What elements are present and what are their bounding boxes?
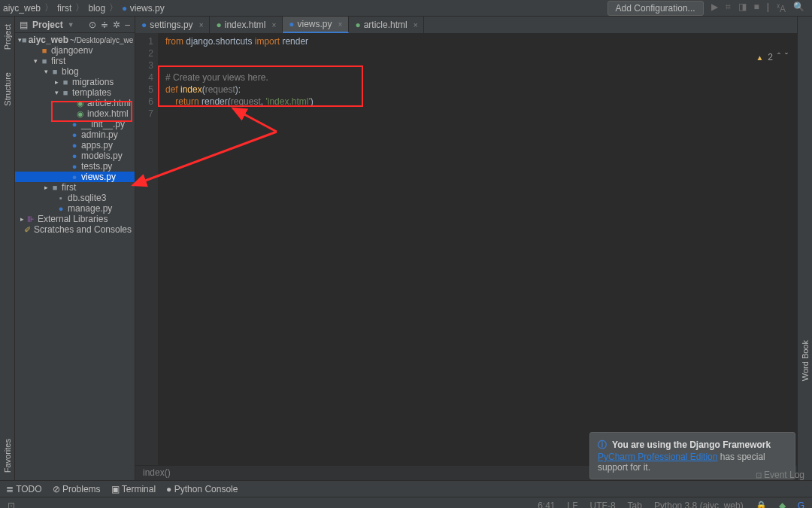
hide-icon[interactable]: – — [125, 20, 130, 30]
crumb-folder-1[interactable]: first — [54, 3, 74, 14]
pyconsole-tool[interactable]: ● Python Console — [166, 484, 238, 494]
tree-scratches[interactable]: ✐ Scratches and Consoles — [15, 224, 135, 235]
line-sep[interactable]: LF — [568, 500, 578, 509]
crumb-file[interactable]: ● views.py — [119, 3, 168, 14]
tree-item[interactable]: ◉article.html — [15, 98, 135, 108]
editor-tab[interactable]: ●settings.py× — [135, 17, 210, 33]
tree-item[interactable]: ●manage.py — [15, 203, 135, 214]
tree-external-libs[interactable]: ▸⊪ External Libraries — [15, 214, 135, 224]
tree-item[interactable]: ▾■first — [15, 56, 135, 66]
tree-item[interactable]: ▸■first — [15, 182, 135, 193]
stop-icon[interactable]: ■ — [754, 2, 759, 14]
tree-item[interactable]: ▾■templates — [15, 87, 135, 98]
tree-item[interactable]: ●admin.py — [15, 129, 135, 140]
sidebar-header: ▤ Project ▼ ⊙ ≑ ✲ – — [15, 17, 135, 33]
gear-icon[interactable]: ✲ — [113, 20, 120, 30]
editor-area: ●settings.py×●index.html×●views.py×●arti… — [135, 17, 797, 480]
info-icon: ⓘ — [598, 440, 607, 450]
expand-icon[interactable]: ≑ — [101, 20, 108, 30]
crumb-sep-icon: 〉 — [44, 2, 54, 14]
warning-icon: ▲ — [756, 53, 763, 62]
tree-item[interactable]: ◉index.html — [15, 108, 135, 119]
editor-tab[interactable]: ●article.html× — [349, 17, 424, 33]
notification-title: You are using the Django Framework — [612, 440, 771, 450]
coverage-icon[interactable]: ◨ — [738, 2, 747, 14]
inspection-count: 2 — [768, 52, 773, 62]
close-icon[interactable]: × — [338, 20, 343, 29]
tree-item[interactable]: ■djangoenv — [15, 45, 135, 56]
code-content[interactable]: from django.shortcuts import render # Cr… — [158, 33, 797, 465]
tree-item[interactable]: ▪db.sqlite3 — [15, 193, 135, 203]
editor[interactable]: 1234567 from django.shortcuts import ren… — [135, 33, 797, 465]
prev-icon[interactable]: ˆ — [777, 52, 780, 62]
project-view-dropdown-icon[interactable]: ▼ — [68, 21, 74, 29]
status-bar: ⊡ 6:41 LF UTF-8 Tab Python 3.8 (aiyc_web… — [0, 497, 812, 508]
editor-tab[interactable]: ●views.py× — [283, 17, 349, 33]
indent[interactable]: Tab — [628, 500, 642, 509]
project-sidebar: ▤ Project ▼ ⊙ ≑ ✲ – ▾■ aiyc_web ~/Deskto… — [15, 17, 135, 480]
status-msg-icon[interactable]: ⊡ — [8, 500, 15, 509]
translate-icon[interactable]: ᵡA — [777, 2, 786, 14]
tree-item[interactable]: ▾■blog — [15, 66, 135, 77]
google-icon[interactable]: G — [798, 500, 804, 509]
sidebar-title: Project — [32, 20, 63, 30]
django-icon[interactable]: ◆ — [779, 500, 786, 509]
tree-item[interactable]: ●__init__.py — [15, 119, 135, 129]
add-configuration-button[interactable]: Add Configuration... — [607, 1, 704, 16]
structure-toolwindow-tab[interactable]: Structure — [3, 72, 12, 106]
notification-link[interactable]: PyCharm Professional Edition — [598, 452, 717, 462]
cursor-position[interactable]: 6:41 — [538, 500, 555, 509]
event-log-tool[interactable]: ⊡ Event Log — [756, 470, 804, 480]
problems-tool[interactable]: ⊘ Problems — [53, 484, 101, 494]
terminal-tool[interactable]: ▣ Terminal — [111, 484, 156, 494]
close-icon[interactable]: × — [199, 21, 204, 29]
crumb-sep-icon: 〉 — [74, 2, 85, 14]
tree-root[interactable]: ▾■ aiyc_web ~/Desktop/aiyc_we — [15, 35, 135, 45]
search-icon[interactable]: 🔍 — [793, 2, 804, 14]
line-gutter: 1234567 — [135, 33, 158, 465]
tree-item[interactable]: ●models.py — [15, 151, 135, 161]
crumb-folder-2[interactable]: blog — [85, 3, 108, 14]
left-gutter: Project Structure Favorites — [0, 17, 15, 480]
interpreter[interactable]: Python 3.8 (aiyc_web) — [654, 500, 744, 509]
project-tree[interactable]: ▾■ aiyc_web ~/Desktop/aiyc_we ■djangoenv… — [15, 33, 135, 236]
crumb-project[interactable]: aiyc_web — [0, 3, 44, 14]
tree-item[interactable]: ●apps.py — [15, 140, 135, 151]
editor-tabbar: ●settings.py×●index.html×●views.py×●arti… — [135, 17, 797, 33]
lock-icon[interactable]: 🔒 — [756, 500, 767, 509]
todo-tool[interactable]: ≣ TODO — [6, 484, 42, 494]
run-icon[interactable]: ▶ — [711, 2, 718, 14]
bottom-toolbar: ≣ TODO ⊘ Problems ▣ Terminal ● Python Co… — [0, 480, 812, 497]
crumb-sep-icon: 〉 — [108, 2, 119, 14]
favorites-toolwindow-tab[interactable]: Favorites — [3, 439, 12, 473]
tree-item[interactable]: ●tests.py — [15, 161, 135, 172]
top-toolbar: aiyc_web 〉 first 〉 blog 〉 ● views.py Add… — [0, 0, 812, 17]
run-toolbar: ▶ ⌗ ◨ ■ | ᵡA 🔍 — [704, 2, 812, 14]
wordbook-toolwindow-tab[interactable]: Word Book — [801, 340, 810, 381]
debug-icon[interactable]: ⌗ — [726, 2, 731, 14]
editor-tab[interactable]: ●index.html× — [210, 17, 283, 33]
right-gutter: Word Book — [797, 17, 812, 480]
encoding[interactable]: UTF-8 — [590, 500, 616, 509]
close-icon[interactable]: × — [414, 21, 418, 29]
project-tool-icon: ▤ — [20, 20, 28, 30]
next-icon[interactable]: ˇ — [785, 52, 788, 62]
tree-item[interactable]: ▸■migrations — [15, 77, 135, 87]
project-toolwindow-tab[interactable]: Project — [3, 24, 12, 50]
tree-item[interactable]: ●views.py — [15, 172, 135, 182]
target-icon[interactable]: ⊙ — [89, 20, 96, 30]
inspection-widget[interactable]: ▲ 2 ˆ ˇ — [756, 52, 788, 62]
close-icon[interactable]: × — [271, 21, 276, 29]
